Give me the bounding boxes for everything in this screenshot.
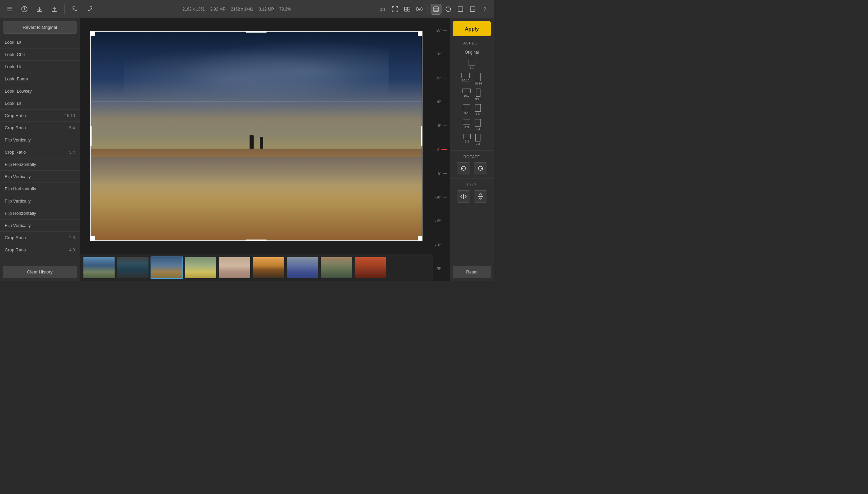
filmstrip-thumb-7[interactable] [320,256,353,279]
filmstrip-thumb-8[interactable] [354,256,387,279]
ruler-mark-0: 25° [436,28,447,32]
zoom-level: 79.2% [279,7,291,12]
history-button[interactable] [18,3,31,15]
flip-vertical-button[interactable] [474,190,487,203]
filmstrip-thumb-0[interactable] [83,256,115,279]
history-item-14[interactable]: Flip Horizontally [0,207,80,220]
thumb-img-2 [151,257,182,278]
aspect-grid: Original 1:1 16:10 10:16 [450,46,494,148]
history-item-5[interactable]: Look: Lit [0,97,80,110]
aspect-btn-4x5[interactable]: 4:5 [474,103,482,117]
filmstrip-thumb-4[interactable] [218,256,251,279]
help-button[interactable]: ? [479,4,490,15]
aspect-btn-1x1[interactable]: 1:1 [467,57,477,71]
mask-button[interactable] [467,4,478,15]
toolbar-separator-2 [428,4,428,14]
aspect-btn-16x10[interactable]: 16:10 [460,72,471,87]
thumb-img-0 [83,257,115,278]
flip-horizontal-button[interactable] [457,190,470,203]
aspect-icon-9x16 [476,89,481,97]
filmstrip-thumb-6[interactable] [286,256,319,279]
ruler-label-4: 5° [438,124,441,128]
history-item-16[interactable]: Crop Ratio2:3 [0,232,80,244]
apply-button[interactable]: Apply [453,21,491,36]
history-item-6[interactable]: Crop Ratio16:10 [0,110,80,122]
ruler-tick-10 [443,269,447,269]
circle-crop-button[interactable] [443,4,454,15]
rect-crop-button[interactable] [455,4,466,15]
aspect-btn-3x4[interactable]: 3:4 [474,118,482,132]
crop-frame[interactable] [90,31,422,241]
history-item-12[interactable]: Flip Horizontally [0,183,80,195]
toolbar-center: 2162 x 1351 2.92 MP 2162 x 1441 3.12 MP … [99,7,375,12]
download-button[interactable] [33,3,45,15]
revert-to-original-button[interactable]: Revert to Original [3,21,77,34]
history-item-17[interactable]: Crop Ratio4:3 [0,244,80,256]
aspect-original[interactable]: Original [465,48,479,57]
ruler-label-5: 0° [437,148,440,151]
history-item-8[interactable]: Flip Vertically [0,134,80,146]
history-item-1[interactable]: Look: Chill [0,49,80,61]
ruler-mark-7: -10° [435,195,447,199]
rotate-ccw-button[interactable] [457,162,470,174]
thumb-img-3 [185,257,216,278]
ruler-tick-5 [441,149,447,150]
menu-button[interactable]: ☰ [3,3,16,15]
crop-handle-bl[interactable] [90,236,95,241]
compare-button[interactable] [402,4,413,15]
svg-rect-13 [458,7,463,12]
thumb-img-1 [117,257,149,278]
filmstrip-thumb-5[interactable] [252,256,285,279]
svg-rect-7 [434,7,438,12]
aspect-btn-2x3[interactable]: 2:3 [474,133,482,147]
history-item-13[interactable]: Flip Vertically [0,195,80,207]
filmstrip-thumb-3[interactable] [184,256,217,279]
aspect-btn-5x4[interactable]: 5:4 [461,103,472,117]
crop-handle-bottom[interactable] [246,240,267,241]
thumb-img-5 [253,257,284,278]
info-button[interactable]: B/8 [414,4,425,15]
crop-handle-top[interactable] [246,31,267,33]
zoom-1-1-button[interactable]: 1:1 [377,4,388,15]
history-item-4[interactable]: Look: Lowkey [0,85,80,97]
clear-history-button[interactable]: Clear History [3,266,77,278]
undo-button[interactable] [69,3,81,15]
panel-divider-2 [450,178,494,179]
ruler-label-9: -20° [435,243,441,247]
ruler-mark-6: -5° [437,172,447,175]
aspect-btn-16x9[interactable]: 16:9 [461,87,472,102]
history-item-0[interactable]: Look: Lit [0,36,80,49]
crop-handle-tr[interactable] [418,31,422,36]
crop-handle-left[interactable] [90,126,92,146]
aspect-label-16x9: 16:9 [463,94,470,97]
history-item-11[interactable]: Flip Vertically [0,171,80,183]
aspect-icon-4x5 [475,104,481,112]
aspect-btn-10x16[interactable]: 10:16 [473,72,484,87]
aspect-btn-9x16[interactable]: 9:16 [474,87,483,102]
history-item-10[interactable]: Flip Horizontally [0,158,80,171]
share-button[interactable] [48,3,60,15]
ruler-tick-1 [443,54,447,54]
history-item-9[interactable]: Crop Ratio5:4 [0,146,80,158]
redo-button[interactable] [84,3,96,15]
crop-handle-br[interactable] [418,236,422,241]
rotate-cw-button[interactable] [474,162,487,174]
crop-button[interactable] [431,4,441,15]
history-item-label-7: Crop Ratio [5,125,26,130]
history-item-3[interactable]: Look: Foam [0,73,80,85]
fit-button[interactable] [390,4,400,15]
history-item-2[interactable]: Look: Lit [0,61,80,73]
ruler-mark-3: 10° [436,100,447,104]
filmstrip-thumb-2[interactable] [151,256,183,279]
history-item-label-10: Flip Horizontally [5,162,36,167]
history-item-label-9: Crop Ratio [5,150,26,155]
history-item-7[interactable]: Crop Ratio5:4 [0,122,80,134]
crop-handle-tl[interactable] [90,31,95,36]
history-item-15[interactable]: Flip Vertically [0,220,80,232]
aspect-btn-3x2[interactable]: 3:2 [462,133,472,147]
aspect-btn-4x3[interactable]: 4:3 [461,118,472,132]
reset-button[interactable]: Reset [453,266,491,278]
image-area[interactable] [80,18,433,254]
filmstrip-thumb-1[interactable] [117,256,149,279]
crop-handle-right[interactable] [421,126,422,146]
